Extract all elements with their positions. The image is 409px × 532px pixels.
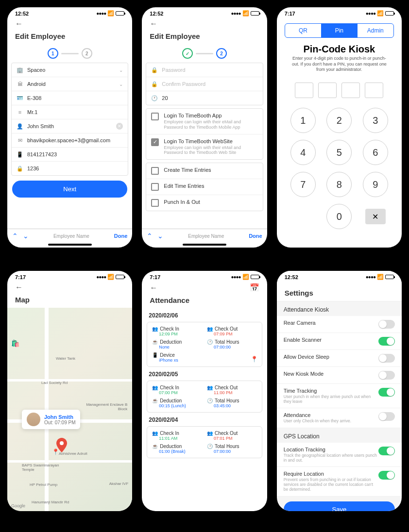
checkbox-unchecked[interactable] — [151, 199, 159, 207]
setting-require-location[interactable]: Require LocationPrevent users from punch… — [277, 467, 402, 497]
bubble-time: Out: 07:09 PM — [44, 420, 75, 425]
clear-icon[interactable]: ✕ — [116, 123, 123, 130]
section-attendance-kiosk: Attendance Kiosk — [277, 301, 402, 316]
perm-create-entries[interactable]: Create Time Entries — [146, 163, 262, 179]
building-icon: 🏢 — [17, 66, 23, 73]
tab-qr[interactable]: QR — [285, 24, 321, 37]
toggle-on[interactable] — [378, 388, 395, 397]
coffee-icon: ☕ — [152, 339, 158, 345]
perm-login-web[interactable]: ✓ Login To TimeBooth WebSite Employee ca… — [146, 134, 262, 160]
mail-icon: ✉ — [17, 137, 23, 144]
form-fields: 🏢 Spaceo ⌄ 🏛 Android ⌄ 🪪 E-308 ≡ Mr.1 👤 … — [11, 63, 128, 176]
toggle-on[interactable] — [378, 337, 395, 346]
key-5[interactable]: 5 — [326, 140, 352, 165]
back-button[interactable]: ← — [142, 282, 165, 294]
platform-field[interactable]: 🏛 Android ⌄ — [12, 77, 128, 91]
map-label-hanu: Hanumanji Mandir Rd — [32, 500, 69, 504]
key-6[interactable]: 6 — [363, 140, 388, 165]
attendance-card-2[interactable]: 👥Check In07:00 PM 👥Check Out11:00 PM ☕De… — [147, 381, 262, 413]
kbd-prev[interactable]: ⌃ — [147, 232, 153, 240]
employee-id-field[interactable]: 🪪 E-308 — [12, 91, 128, 105]
name-field[interactable]: 👤 John Smith ✕ — [12, 119, 128, 133]
email-field[interactable]: ✉ bhavikpoker.spaceo+3@gmail.com — [12, 133, 128, 148]
user-bubble[interactable]: John Smith Out: 07:09 PM — [22, 410, 80, 429]
attendance-card-3[interactable]: 👥Check In11:01 AM 👥Check Out07:01 PM ☕De… — [147, 426, 262, 458]
key-9[interactable]: 9 — [363, 172, 388, 197]
perm-login-app[interactable]: Login To TimeBooth App Employee can logi… — [146, 109, 262, 134]
status-bar: 7:17 ●●●●📶 — [142, 271, 267, 281]
key-4[interactable]: 4 — [290, 140, 316, 165]
screen-settings: 12:52 ●●●●📶 Settings Attendance Kiosk Re… — [277, 271, 402, 511]
lock-icon: 🔒 — [151, 66, 158, 73]
toggle-off[interactable] — [378, 354, 395, 363]
back-button[interactable]: ← — [7, 281, 132, 294]
confirm-password-field[interactable]: 🔒 Confirm Password — [146, 77, 262, 91]
tab-admin[interactable]: Admin — [358, 24, 393, 37]
kbd-next[interactable]: ⌄ — [157, 232, 163, 240]
save-button[interactable]: Save — [284, 501, 395, 512]
perm-edit-entries[interactable]: Edit Time Entries — [146, 179, 262, 195]
map-canvas[interactable]: 🛍️ Water Tank Lad Society Rd Management … — [7, 308, 132, 511]
toggle-on[interactable] — [378, 471, 395, 480]
google-logo: Google — [11, 503, 25, 508]
setting-new-kiosk[interactable]: New Kiosk Mode — [277, 367, 402, 384]
status-time: 12:52 — [150, 11, 163, 17]
key-2[interactable]: 2 — [326, 108, 352, 133]
company-field[interactable]: 🏢 Spaceo ⌄ — [12, 63, 128, 77]
setting-enable-scanner[interactable]: Enable Scanner — [277, 333, 402, 350]
kbd-done-button[interactable]: Done — [114, 233, 128, 239]
tab-pin[interactable]: Pin — [321, 24, 357, 37]
back-button[interactable]: ← — [7, 17, 132, 30]
clock-icon: 🕐 — [207, 339, 213, 345]
next-button[interactable]: Next — [12, 181, 127, 198]
key-0[interactable]: 0 — [326, 204, 352, 229]
pin-digit-3[interactable] — [341, 83, 360, 98]
permissions-block-2: Create Time Entries Edit Time Entries Pu… — [146, 163, 263, 211]
phone-field[interactable]: 📱 8141217423 — [12, 148, 128, 162]
svg-point-0 — [60, 441, 64, 445]
setting-attendance[interactable]: AttendanceUser only Check-In when they a… — [277, 408, 402, 428]
toggle-on[interactable] — [378, 447, 395, 455]
map-label-temple: BAPS Swaminarayan Temple — [22, 463, 70, 472]
checkbox-unchecked[interactable] — [151, 167, 159, 175]
attendance-card-1[interactable]: 👥Check In12:09 PM 👥Check Out07:09 PM ☕De… — [147, 322, 262, 367]
kiosk-subtitle: Enter your 4-digit pin code to punch-in … — [277, 56, 402, 78]
prefix-field[interactable]: ≡ Mr.1 — [12, 105, 128, 119]
stepper: 1 2 — [7, 44, 132, 63]
key-8[interactable]: 8 — [326, 172, 352, 197]
key-1[interactable]: 1 — [290, 108, 316, 133]
status-bar: 12:52 ●●●●📶 — [277, 271, 402, 281]
kbd-prev[interactable]: ⌃ — [12, 232, 18, 240]
calendar-icon[interactable]: 📅 — [242, 281, 267, 294]
pin-field[interactable]: 🔒 1236 — [12, 162, 128, 175]
person-icon: 👤 — [17, 123, 23, 130]
key-7[interactable]: 7 — [290, 172, 316, 197]
key-delete[interactable]: ✕ — [365, 209, 386, 224]
password-field[interactable]: 🔒 Password — [146, 63, 262, 77]
device-icon: 📱 — [152, 352, 158, 358]
toggle-off[interactable] — [378, 371, 395, 380]
toggle-off[interactable] — [378, 412, 395, 421]
checkbox-unchecked[interactable] — [151, 183, 159, 191]
checkbox-unchecked[interactable] — [151, 113, 159, 120]
setting-location-tracking[interactable]: Location TrackingTrack the geographical … — [277, 443, 402, 467]
date-header-2: 2020/02/05 — [147, 367, 262, 381]
perm-punch[interactable]: Punch In & Out — [146, 195, 262, 211]
pin-digit-1[interactable] — [295, 83, 313, 98]
pin-digit-4[interactable] — [365, 83, 383, 98]
setting-rear-camera[interactable]: Rear Camera — [277, 316, 402, 333]
hours-field[interactable]: 🕐 20 — [146, 91, 262, 105]
status-time: 12:52 — [285, 274, 298, 280]
kbd-next[interactable]: ⌄ — [23, 232, 29, 240]
setting-allow-sleep[interactable]: Allow Device Sleep — [277, 350, 402, 367]
toggle-off[interactable] — [378, 320, 395, 329]
list-icon: ≡ — [17, 109, 23, 116]
setting-time-tracking[interactable]: Time TrackingUser punch in when they arr… — [277, 384, 402, 408]
status-time: 12:52 — [15, 11, 29, 17]
back-button[interactable]: ← — [142, 17, 267, 30]
bank-icon: 🏛 — [17, 81, 23, 87]
key-3[interactable]: 3 — [363, 108, 388, 133]
checkbox-checked[interactable]: ✓ — [151, 138, 159, 146]
kbd-done-button[interactable]: Done — [249, 233, 262, 239]
pin-digit-2[interactable] — [318, 83, 337, 98]
